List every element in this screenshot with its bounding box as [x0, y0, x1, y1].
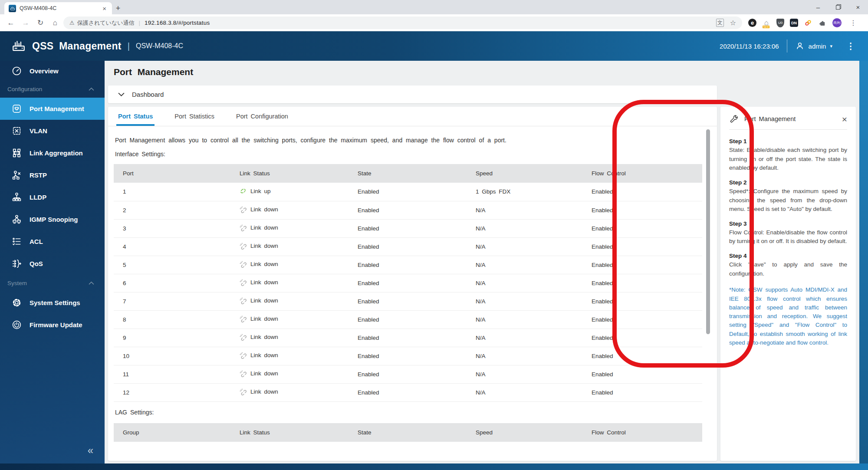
scrollbar-thumb[interactable]	[706, 129, 710, 334]
sidebar-item-firmware-update[interactable]: Firmware Update	[0, 314, 105, 336]
new-tab-button[interactable]: +	[112, 2, 124, 14]
cell-speed: N/A	[467, 237, 582, 256]
extension-icons: e ⌂NEW U0 DN 尚利 ⋮	[744, 18, 864, 27]
column-header: Flow Control	[582, 164, 702, 183]
cell-speed: N/A	[467, 201, 582, 219]
cell-flow-control: Enabled	[582, 219, 702, 237]
sidebar-section-configuration[interactable]: Configuration	[0, 81, 105, 98]
link-down-icon	[240, 279, 247, 286]
cell-port: 5	[114, 256, 230, 274]
column-header: Flow Control	[582, 423, 702, 442]
column-header: Speed	[467, 164, 582, 183]
chevron-down-icon	[118, 92, 125, 97]
extension-shield-icon[interactable]: U0	[776, 19, 784, 27]
cell-link-status: Link down	[230, 383, 349, 401]
qss-logo-icon	[11, 38, 26, 54]
sidebar-item-lldp[interactable]: LLDP	[0, 186, 105, 208]
sidebar-item-qos[interactable]: QoS	[0, 253, 105, 275]
table-row: 7Link downEnabledN/AEnabled	[114, 292, 702, 310]
extension-dn-icon[interactable]: DN	[790, 19, 798, 27]
sidebar-item-system-settings[interactable]: System Settings	[0, 292, 105, 314]
user-icon	[795, 41, 805, 51]
reload-icon[interactable]: ↻	[34, 16, 47, 30]
link-status-text: Link down	[250, 297, 278, 304]
user-menu[interactable]: admin ▾	[795, 41, 832, 51]
link-status-text: Link down	[250, 224, 278, 231]
cell-link-status: Link down	[230, 329, 349, 347]
sidebar-item-port-management[interactable]: Port Management	[0, 98, 105, 120]
extension-weather-icon[interactable]: ⌂NEW	[762, 19, 771, 27]
url-text[interactable]: 192.168.3.8/#/portstatus	[145, 20, 210, 26]
extensions-puzzle-icon[interactable]	[818, 19, 827, 27]
window-controls: – ×	[808, 0, 868, 14]
sidebar-item-label: Firmware Update	[30, 321, 82, 329]
link-down-icon	[240, 206, 247, 213]
app-header: QSS Management | QSW-M408-4C 2020/11/13 …	[0, 31, 868, 61]
tab-close-icon[interactable]: ×	[101, 5, 108, 12]
browser-menu-icon[interactable]: ⋮	[847, 19, 859, 27]
help-step-heading: Step 4	[729, 253, 847, 259]
link-status-text: Link down	[250, 243, 278, 249]
cell-speed: N/A	[467, 292, 582, 310]
sidebar-item-rstp[interactable]: RSTP	[0, 164, 105, 186]
cell-speed: N/A	[467, 310, 582, 329]
sidebar-section-system[interactable]: System	[0, 275, 105, 292]
dashboard-collapsible[interactable]: Dashboard	[108, 85, 717, 103]
tab-port-statistics[interactable]: Port Statistics	[174, 107, 214, 126]
help-step-heading: Step 2	[729, 179, 847, 186]
bookmark-star-icon[interactable]: ☆	[730, 19, 736, 27]
extension-e-icon[interactable]: e	[748, 19, 756, 27]
sidebar-item-label: Link Aggregation	[30, 149, 83, 157]
sidebar-item-acl[interactable]: ACL	[0, 230, 105, 253]
cell-link-status: Link down	[230, 274, 349, 292]
link-down-icon	[240, 316, 247, 322]
chevron-down-icon: ▾	[830, 43, 832, 49]
cell-port: 8	[114, 310, 230, 329]
help-step-body: Flow Control: Enable/disable the flow co…	[729, 228, 847, 246]
cell-state: Enabled	[349, 219, 467, 237]
security-warning[interactable]: ⚠保護されていない通信	[69, 19, 134, 27]
forward-icon[interactable]: →	[19, 16, 32, 30]
tab-port-configuration[interactable]: Port Configuration	[236, 107, 288, 126]
lag-table-head: GroupLink StatusStateSpeedFlow Control	[114, 423, 702, 442]
cell-state: Enabled	[349, 183, 467, 201]
sidebar-item-label: LLDP	[30, 194, 46, 201]
sidebar-collapse-button[interactable]: «	[88, 444, 93, 457]
table-row	[114, 442, 702, 457]
table-header-row: GroupLink StatusStateSpeedFlow Control	[114, 423, 702, 442]
help-panel-title: Port Management	[744, 115, 796, 122]
device-model: QSW-M408-4C	[136, 42, 183, 50]
cell-flow-control: Enabled	[582, 347, 702, 365]
column-header: Group	[114, 423, 230, 442]
sidebar-item-vlan[interactable]: VLAN	[0, 120, 105, 142]
back-icon[interactable]: ←	[4, 16, 17, 30]
cell-flow-control: Enabled	[582, 292, 702, 310]
address-bar[interactable]: ⚠保護されていない通信 | 192.168.3.8/#/portstatus 文…	[63, 16, 742, 29]
cell-flow-control: Enabled	[582, 383, 702, 401]
cell-state: Enabled	[349, 310, 467, 329]
sidebar-item-label: VLAN	[30, 127, 47, 135]
profile-avatar[interactable]: 尚利	[832, 18, 842, 27]
omnibox-separator: |	[138, 20, 140, 26]
dashboard-label: Dashboard	[132, 91, 164, 98]
help-step-body: Speed*: Configure the maximum speed by c…	[729, 187, 847, 214]
cell-port: 3	[114, 219, 230, 237]
window-close-button[interactable]: ×	[848, 0, 868, 14]
app-menu-icon[interactable]: ⋮	[845, 41, 857, 51]
cell-flow-control: Enabled	[582, 256, 702, 274]
qos-icon	[11, 258, 22, 270]
window-minimize-button[interactable]: –	[808, 0, 828, 14]
extension-link-icon[interactable]	[804, 19, 812, 27]
translate-icon[interactable]: 文	[716, 19, 724, 27]
tab-port-status[interactable]: Port Status	[118, 107, 153, 126]
close-icon[interactable]: ×	[842, 115, 847, 124]
sidebar-item-overview[interactable]: Overview	[0, 61, 105, 81]
cell-link-status: Link down	[230, 347, 349, 365]
footer-bar	[0, 463, 868, 470]
home-icon[interactable]: ⌂	[49, 16, 62, 30]
window-restore-button[interactable]	[828, 0, 848, 14]
sidebar-item-igmp-snooping[interactable]: IGMP Snooping	[0, 208, 105, 230]
sidebar-item-link-aggregation[interactable]: Link Aggregation	[0, 142, 105, 164]
browser-tab[interactable]: QSW-M408-4C ×	[4, 2, 112, 14]
cell-state: Enabled	[349, 365, 467, 383]
